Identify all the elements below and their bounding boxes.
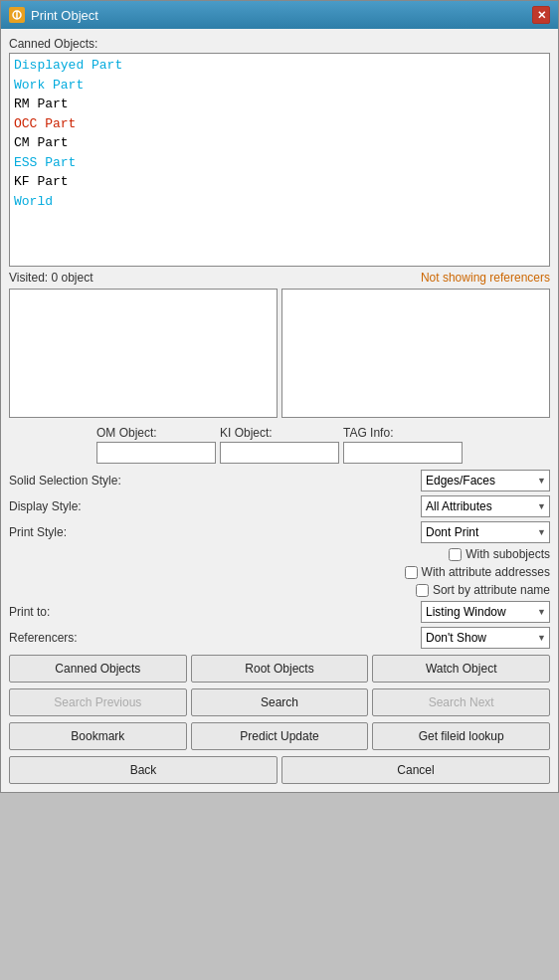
button-row-1: Canned Objects Root Objects Watch Object (9, 655, 550, 683)
solid-selection-style-select[interactable]: Edges/Faces Edges Faces Body (421, 470, 550, 491)
om-object-input[interactable] (96, 442, 216, 464)
button-row-4: Back Cancel (9, 756, 550, 784)
visited-label: Visited: 0 object (9, 271, 93, 285)
list-item[interactable]: OCC Part (14, 114, 545, 134)
print-style-select[interactable]: Dont Print Print Print All (421, 521, 550, 543)
referencers-select[interactable]: Don't Show Show Show All (421, 627, 550, 649)
print-to-wrapper: Listing Window File Console (421, 601, 550, 623)
print-style-wrapper: Dont Print Print Print All (421, 521, 550, 543)
left-listbox[interactable] (9, 289, 278, 418)
ki-object-group: KI Object: (220, 426, 339, 464)
with-subobjects-label: With subobjects (466, 547, 550, 561)
canned-objects-button[interactable]: Canned Objects (9, 655, 187, 683)
list-item[interactable]: KF Part (14, 172, 545, 192)
om-ki-tag-row: OM Object: KI Object: TAG Info: (9, 426, 550, 464)
get-fileid-lookup-button[interactable]: Get fileid lookup (372, 722, 550, 750)
with-subobjects-row: With subobjects (9, 547, 550, 561)
with-attribute-addresses-row: With attribute addresses (9, 565, 550, 579)
list-item[interactable]: Work Part (14, 76, 545, 96)
print-to-select[interactable]: Listing Window File Console (421, 601, 550, 623)
search-previous-button[interactable]: Search Previous (9, 688, 187, 716)
referencers-wrapper: Don't Show Show Show All (421, 627, 550, 649)
display-style-label: Display Style: (9, 499, 138, 513)
solid-selection-style-wrapper: Edges/Faces Edges Faces Body (421, 470, 550, 491)
display-style-select[interactable]: All Attributes Selected None (421, 495, 550, 517)
predict-update-button[interactable]: Predict Update (191, 722, 369, 750)
list-item[interactable]: Displayed Part (14, 56, 545, 76)
button-row-3: Bookmark Predict Update Get fileid looku… (9, 722, 550, 750)
print-to-row: Print to: Listing Window File Console (9, 601, 550, 623)
tag-info-label: TAG Info: (343, 426, 393, 440)
display-style-row: Display Style: All Attributes Selected N… (9, 495, 550, 517)
left-panel (9, 289, 278, 418)
cancel-button[interactable]: Cancel (281, 756, 550, 784)
with-attribute-addresses-label: With attribute addresses (422, 565, 550, 579)
print-to-label: Print to: (9, 605, 138, 619)
canned-objects-label: Canned Objects: (9, 37, 550, 51)
root-objects-button[interactable]: Root Objects (191, 655, 369, 683)
close-button[interactable]: ✕ (532, 6, 550, 24)
with-subobjects-checkbox[interactable] (449, 548, 462, 561)
button-row-2: Search Previous Search Search Next (9, 688, 550, 716)
ki-object-input[interactable] (220, 442, 339, 464)
window-title: Print Object (31, 8, 532, 23)
print-style-label: Print Style: (9, 525, 138, 539)
list-item[interactable]: RM Part (14, 95, 545, 114)
solid-selection-style-row: Solid Selection Style: Edges/Faces Edges… (9, 470, 550, 491)
back-button[interactable]: Back (9, 756, 278, 784)
print-object-window: Print Object ✕ Canned Objects: Displayed… (0, 0, 559, 793)
right-listbox[interactable] (281, 289, 550, 418)
two-panel (9, 289, 550, 418)
referencers-row: Referencers: Don't Show Show Show All (9, 627, 550, 649)
bookmark-button[interactable]: Bookmark (9, 722, 187, 750)
solid-selection-style-label: Solid Selection Style: (9, 474, 138, 488)
list-item[interactable]: CM Part (14, 133, 545, 153)
canned-objects-listbox[interactable]: Displayed Part Work Part RM Part OCC Par… (9, 53, 550, 267)
watch-object-button[interactable]: Watch Object (372, 655, 550, 683)
window-icon (9, 7, 25, 23)
title-bar: Print Object ✕ (1, 1, 558, 29)
with-attribute-addresses-checkbox[interactable] (405, 566, 418, 579)
list-item[interactable]: World (14, 192, 545, 212)
search-next-button[interactable]: Search Next (372, 688, 550, 716)
visited-row: Visited: 0 object Not showing referencer… (9, 271, 550, 285)
om-object-group: OM Object: (96, 426, 216, 464)
search-button[interactable]: Search (191, 688, 369, 716)
not-showing-label: Not showing referencers (421, 271, 550, 285)
display-style-wrapper: All Attributes Selected None (421, 495, 550, 517)
tag-info-input[interactable] (343, 442, 463, 464)
sort-by-attribute-name-checkbox[interactable] (416, 584, 429, 597)
tag-info-group: TAG Info: (343, 426, 463, 464)
referencers-label: Referencers: (9, 631, 138, 645)
sort-by-attribute-name-row: Sort by attribute name (9, 583, 550, 597)
om-object-label: OM Object: (96, 426, 157, 440)
list-item[interactable]: ESS Part (14, 153, 545, 173)
print-style-row: Print Style: Dont Print Print Print All (9, 521, 550, 543)
sort-by-attribute-name-label: Sort by attribute name (433, 583, 550, 597)
ki-object-label: KI Object: (220, 426, 273, 440)
right-panel (281, 289, 550, 418)
